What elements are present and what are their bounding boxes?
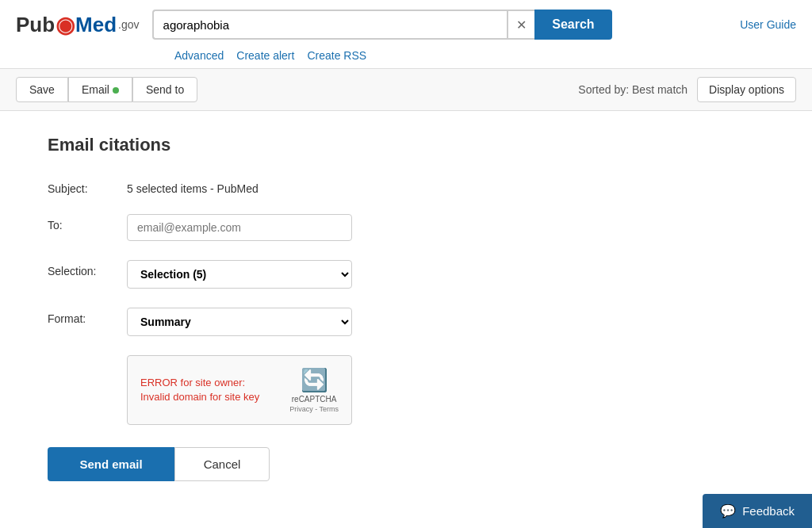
format-select[interactable]: Summary PubMed PMID List Abstract CSV	[127, 308, 352, 336]
cancel-button[interactable]: Cancel	[174, 447, 270, 481]
feedback-button[interactable]: 💬 Feedback	[703, 494, 812, 521]
toolbar-left: Save Email Send to	[16, 77, 197, 102]
toolbar: Save Email Send to Sorted by: Best match…	[0, 69, 812, 111]
subject-value: 5 selected items - PubMed	[127, 178, 259, 195]
logo-pub: Pub	[16, 13, 55, 37]
create-rss-link[interactable]: Create RSS	[307, 49, 366, 62]
subject-label: Subject:	[48, 178, 127, 195]
recaptcha-error-line2: Invalid domain for site key	[140, 390, 259, 404]
email-label: Email	[82, 83, 109, 96]
recaptcha-error-line1: ERROR for site owner:	[140, 376, 259, 390]
send-email-button[interactable]: Send email	[48, 447, 174, 481]
recaptcha-box: ERROR for site owner: Invalid domain for…	[127, 355, 352, 425]
create-alert-link[interactable]: Create alert	[236, 49, 294, 62]
user-guide-link[interactable]: User Guide	[740, 18, 796, 31]
search-bar: ✕ Search	[152, 10, 612, 40]
email-field[interactable]	[127, 214, 352, 241]
header-links: Advanced Create alert Create RSS	[16, 46, 796, 68]
feedback-icon: 💬	[720, 503, 736, 518]
main-content: Email citations Subject: 5 selected item…	[0, 111, 714, 521]
format-label: Format:	[48, 308, 127, 325]
email-button[interactable]: Email	[68, 77, 132, 102]
search-input[interactable]	[152, 10, 508, 40]
logo-gov: .gov	[118, 18, 139, 31]
selection-label: Selection:	[48, 260, 127, 277]
advanced-link[interactable]: Advanced	[174, 49, 224, 62]
pubmed-logo[interactable]: Pub◉Med.gov	[16, 12, 140, 38]
recaptcha-links: Privacy - Terms	[289, 405, 339, 413]
sendto-button[interactable]: Send to	[132, 77, 197, 102]
to-row: To:	[48, 214, 666, 241]
to-label: To:	[48, 214, 127, 231]
email-dot	[113, 87, 119, 94]
sorted-label: Sorted by: Best match	[578, 83, 688, 96]
format-row: Format: Summary PubMed PMID List Abstrac…	[48, 308, 666, 336]
search-button[interactable]: Search	[534, 10, 611, 40]
recaptcha-icon: 🔄	[301, 367, 328, 393]
save-button[interactable]: Save	[16, 77, 68, 102]
recaptcha-label: reCAPTCHA	[292, 395, 337, 404]
recaptcha-logo: 🔄 reCAPTCHA Privacy - Terms	[289, 367, 339, 413]
page-title: Email citations	[48, 135, 666, 155]
recaptcha-error-text: ERROR for site owner: Invalid domain for…	[140, 376, 259, 404]
display-options-button[interactable]: Display options	[697, 77, 796, 102]
subject-row: Subject: 5 selected items - PubMed	[48, 178, 666, 195]
toolbar-right: Sorted by: Best match Display options	[578, 77, 796, 102]
selection-select[interactable]: Selection (5) All results on this page A…	[127, 260, 352, 289]
header: Pub◉Med.gov ✕ Search User Guide Advanced…	[0, 0, 812, 69]
selection-row: Selection: Selection (5) All results on …	[48, 260, 666, 289]
logo-bookmark: ◉	[56, 12, 75, 38]
logo-med: Med	[75, 13, 117, 37]
feedback-label: Feedback	[742, 504, 795, 518]
action-row: Send email Cancel	[48, 447, 666, 481]
search-clear-button[interactable]: ✕	[507, 10, 534, 40]
